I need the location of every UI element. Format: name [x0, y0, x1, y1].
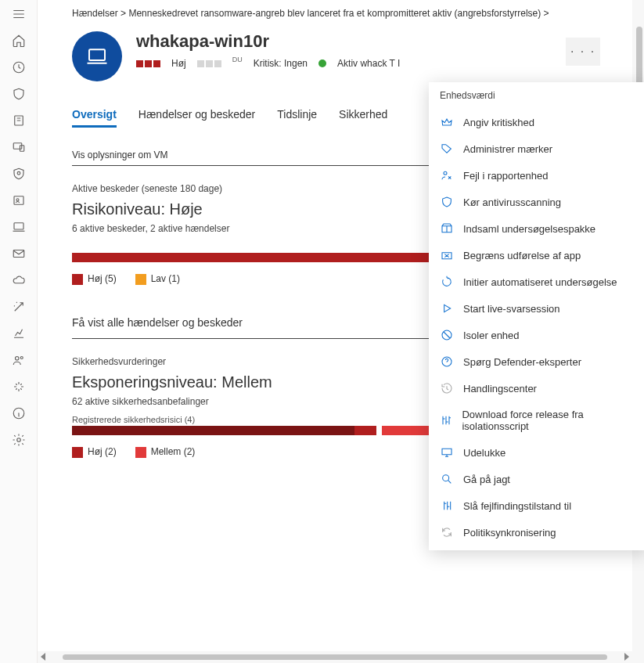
clock-icon[interactable]	[11, 59, 27, 75]
menu-item-label: Start live-svarsession	[463, 303, 560, 315]
menu-item-label: Begræns udførelse af app	[463, 250, 581, 261]
menu-item-restrict[interactable]: Begræns udførelse af app	[429, 242, 644, 268]
svg-rect-8	[13, 250, 24, 258]
swatch-med-icon	[135, 447, 146, 458]
menu-item-shield[interactable]: Kør antivirusscanning	[429, 189, 644, 215]
menu-item-tag[interactable]: Administrer mærker	[429, 135, 644, 162]
breadcrumb[interactable]: Hændelser > Menneskedrevet ransomware-an…	[72, 0, 616, 31]
menu-item-label: Spørg Defender-eksperter	[463, 356, 581, 368]
monitor-icon	[440, 446, 454, 459]
legend-low: Lav (1)	[135, 273, 180, 285]
svg-rect-13	[89, 49, 105, 60]
severity-high-label: Høj	[171, 58, 186, 69]
menu-item-play[interactable]: Start live-svarsession	[429, 295, 644, 322]
menu-item-package[interactable]: Indsaml undersøgelsespakke	[429, 215, 644, 242]
cycle-icon	[440, 276, 454, 288]
menu-item-label: Slå fejlfindingstilstand til	[463, 500, 571, 512]
menu-item-label: Initier automatiseret undersøgelse	[463, 276, 617, 288]
crumb-1[interactable]: Menneskedrevet ransomware-angreb blev la…	[128, 8, 549, 19]
menu-item-label: Gå på jagt	[463, 474, 510, 485]
svg-point-12	[16, 438, 20, 442]
cloud-icon[interactable]	[11, 272, 27, 288]
svg-rect-2	[13, 143, 22, 150]
active-label: Aktiv whack T I	[337, 58, 400, 69]
menu-item-sliders[interactable]: Download force release fra isolationsscr…	[429, 402, 644, 439]
menu-item-monitor[interactable]: Udelukke	[429, 439, 644, 466]
question-icon	[440, 355, 454, 368]
menu-item-cycle[interactable]: Initier automatiseret undersøgelse	[429, 268, 644, 295]
active-dot-icon	[318, 59, 326, 67]
menu-item-label: Politiksynkronisering	[463, 527, 556, 539]
horizontal-scrollbar[interactable]	[38, 651, 632, 663]
security-icon[interactable]	[11, 166, 27, 182]
shield-icon[interactable]	[11, 86, 27, 102]
tag-icon	[440, 142, 454, 155]
menu-item-label: Administrer mærker	[463, 143, 552, 155]
swatch-low-icon	[135, 274, 146, 285]
device-title-block: whakapa-win10r Høj DU Kritisk: Ingen Akt…	[136, 31, 400, 69]
crumb-0[interactable]: Hændelser >	[72, 8, 126, 19]
nav-rail	[0, 0, 38, 663]
menu-item-sync[interactable]: Politiksynkronisering	[429, 519, 644, 546]
legend-exp-med: Mellem (2)	[135, 446, 196, 458]
wand-icon[interactable]	[11, 299, 27, 315]
menu-item-label: Angiv kritiskhed	[463, 117, 534, 128]
menu-item-hunt[interactable]: Gå på jagt	[429, 466, 644, 492]
swatch-high-icon	[72, 274, 83, 285]
play-icon	[440, 302, 454, 315]
legend-exp-high: Høj (2)	[72, 446, 117, 458]
svg-point-4	[17, 171, 20, 175]
menu-item-debug[interactable]: Slå fejlfindingstilstand til	[429, 492, 644, 519]
menu-item-label: Kør antivirusscanning	[463, 196, 561, 208]
du-badge: DU	[232, 56, 243, 63]
main-scroll: Hændelser > Menneskedrevet ransomware-an…	[38, 0, 644, 663]
menu-item-history[interactable]: Handlingscenter	[429, 375, 644, 402]
sliders-icon	[440, 414, 452, 427]
svg-point-6	[16, 199, 19, 201]
menu-item-label: Indsaml undersøgelsespakke	[463, 223, 595, 235]
menu-item-block[interactable]: Isoler enhed	[429, 322, 644, 348]
menu-item-crown[interactable]: Angiv kritiskhed	[429, 109, 644, 135]
hunt-icon	[440, 473, 454, 485]
menu-item-label: Fejl i rapportenhed	[463, 170, 548, 182]
laptop-icon[interactable]	[11, 219, 27, 235]
menu-header: Enhedsværdi	[429, 85, 644, 109]
sparkle-icon[interactable]	[11, 379, 27, 395]
block-icon	[440, 329, 454, 341]
menu-item-label: Handlingscenter	[463, 383, 537, 395]
menu-item-label: Udelukke	[463, 447, 505, 459]
hamburger-icon[interactable]	[11, 6, 27, 22]
tab-security[interactable]: Sikkerhed	[339, 108, 387, 128]
tab-overview[interactable]: Oversigt	[72, 108, 117, 128]
swatch-high2-icon	[72, 447, 83, 458]
menu-item-person-fail[interactable]: Fejl i rapportenhed	[429, 162, 644, 189]
svg-rect-7	[14, 223, 23, 229]
tab-incidents[interactable]: Hændelser og beskeder	[139, 108, 255, 128]
chart-icon[interactable]	[11, 326, 27, 341]
gear-icon[interactable]	[11, 432, 27, 448]
package-icon	[440, 222, 454, 235]
mail-icon[interactable]	[11, 246, 27, 261]
devices-icon[interactable]	[11, 139, 27, 155]
people-icon[interactable]	[11, 352, 27, 368]
info-icon[interactable]	[11, 405, 27, 421]
sync-icon	[440, 526, 454, 539]
menu-item-label: Download force release fra isolationsscr…	[462, 409, 637, 432]
server-icon[interactable]	[11, 113, 27, 128]
app-root: Hændelser > Menneskedrevet ransomware-an…	[0, 0, 644, 663]
home-icon[interactable]	[11, 33, 27, 49]
debug-icon	[440, 499, 454, 512]
menu-item-question[interactable]: Spørg Defender-eksperter	[429, 348, 644, 375]
crown-icon	[440, 116, 454, 128]
shield-icon	[440, 196, 454, 208]
restrict-icon	[440, 249, 454, 261]
tab-timeline[interactable]: Tidslinje	[277, 108, 317, 128]
device-avatar	[72, 31, 122, 81]
contact-icon[interactable]	[11, 193, 27, 208]
more-actions-button[interactable]: · · ·	[566, 38, 600, 66]
svg-point-9	[15, 357, 19, 361]
criticality-label: Kritisk: Ingen	[254, 58, 308, 69]
severity-high-boxes	[136, 60, 160, 67]
device-status-row: Høj DU Kritisk: Ingen Aktiv whack T I	[136, 58, 400, 69]
device-name: whakapa-win10r	[136, 31, 400, 52]
